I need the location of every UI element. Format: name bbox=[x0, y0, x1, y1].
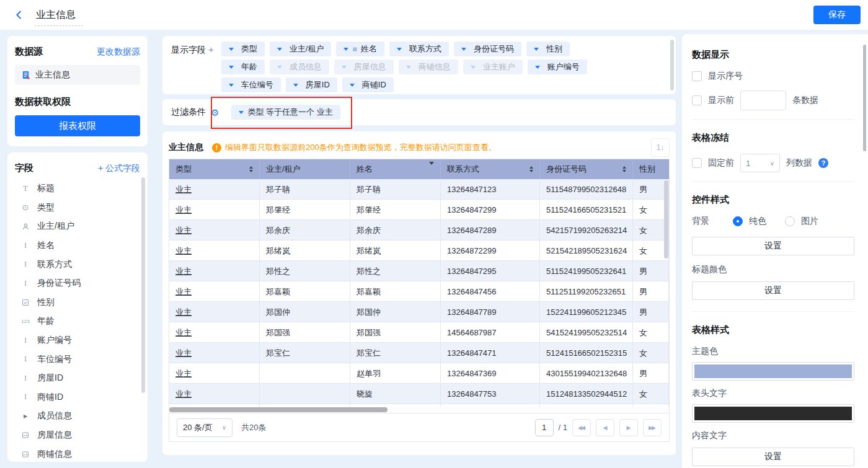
field-item[interactable]: I 身份证号码 bbox=[15, 274, 140, 293]
field-item-label: 类型 bbox=[37, 202, 55, 213]
sort-both-icon[interactable] bbox=[622, 166, 626, 172]
sort-tool-button[interactable]: 1↓ bbox=[651, 138, 670, 157]
cell-type[interactable]: 业主 bbox=[169, 322, 260, 343]
next-page-button[interactable]: ▶ bbox=[619, 419, 638, 436]
display-fields-scrollbar[interactable] bbox=[670, 40, 674, 91]
image-radio[interactable] bbox=[785, 216, 795, 226]
column-header[interactable]: 联系方式 bbox=[441, 159, 540, 179]
column-header[interactable]: 业主/租户 bbox=[260, 159, 350, 179]
fields-scrollbar[interactable] bbox=[141, 177, 145, 393]
theme-color-picker[interactable] bbox=[692, 362, 854, 381]
field-item[interactable]: 性别 bbox=[15, 293, 140, 312]
field-item-label: 成员信息 bbox=[37, 410, 72, 422]
cell-phone: 13264847456 bbox=[441, 281, 540, 302]
table-row: 业主 晓旋 13264847753 151248133502944512 女 bbox=[169, 384, 669, 404]
page-number-input[interactable]: 1 bbox=[535, 419, 554, 436]
cell-name: 郑余庆 bbox=[350, 220, 441, 241]
column-header[interactable]: 姓名 bbox=[350, 159, 441, 179]
column-header[interactable]: 性别 bbox=[633, 159, 669, 179]
datasource-item-label: 业主信息 bbox=[35, 69, 70, 81]
display-field-tag[interactable]: 业主/租户 bbox=[270, 42, 332, 56]
field-item[interactable]: I 车位编号 bbox=[15, 350, 140, 369]
cell-type[interactable]: 业主 bbox=[169, 241, 260, 261]
display-field-tag[interactable]: 房屋ID bbox=[286, 77, 337, 92]
add-field-button[interactable]: + bbox=[208, 44, 214, 55]
first-page-button[interactable]: ◀◀ bbox=[572, 419, 591, 436]
content-text-set-button[interactable]: 设置 bbox=[692, 448, 854, 466]
cell-type[interactable]: 业主 bbox=[169, 261, 260, 281]
table-vertical-scrollbar[interactable] bbox=[664, 180, 668, 258]
show-index-checkbox[interactable] bbox=[692, 71, 702, 81]
last-page-button[interactable]: ▶▶ bbox=[643, 419, 662, 436]
table-header-row: 类型 业主/租户 姓名 联系方式 身份证号码 性别 bbox=[169, 159, 669, 179]
caret-down-icon bbox=[342, 66, 347, 69]
field-item-label: 业主/租户 bbox=[37, 221, 74, 232]
show-first-checkbox[interactable] bbox=[692, 95, 702, 105]
settings-scrollbar[interactable] bbox=[863, 45, 866, 151]
field-item[interactable]: 123 年龄 bbox=[15, 312, 140, 331]
display-field-tag[interactable]: 年龄 bbox=[221, 60, 265, 74]
display-field-tag[interactable]: 成员信息 bbox=[270, 60, 329, 74]
filter-condition-tag[interactable]: 类型 等于任意一个 业主 bbox=[231, 105, 340, 120]
display-field-tag[interactable]: 账户编号 bbox=[528, 60, 587, 74]
help-icon[interactable]: ? bbox=[818, 158, 828, 168]
solid-color-radio[interactable] bbox=[733, 216, 743, 226]
field-item[interactable]: I 房屋ID bbox=[15, 369, 140, 388]
change-datasource-link[interactable]: 更改数据源 bbox=[97, 46, 140, 58]
prev-page-button[interactable]: ◀ bbox=[596, 419, 614, 436]
cell-type[interactable]: 业主 bbox=[169, 363, 260, 384]
header-text-color-picker[interactable] bbox=[692, 404, 854, 423]
display-field-tag[interactable]: 联系方式 bbox=[389, 42, 449, 56]
cell-type[interactable]: 业主 bbox=[169, 200, 260, 220]
page-size-select[interactable]: 20 条/页∨ bbox=[177, 418, 232, 437]
cell-type[interactable]: 业主 bbox=[169, 281, 260, 302]
sort-both-icon[interactable] bbox=[249, 166, 253, 172]
row-limit-input[interactable] bbox=[740, 91, 786, 110]
sort-both-icon[interactable] bbox=[529, 166, 533, 172]
display-field-tag[interactable]: 房屋信息 bbox=[334, 60, 394, 74]
field-item[interactable]: I 商铺ID bbox=[15, 388, 140, 407]
datasource-item[interactable]: 业主信息 bbox=[15, 65, 140, 85]
save-button[interactable]: 保存 bbox=[813, 6, 861, 24]
column-header[interactable]: 类型 bbox=[169, 159, 260, 179]
display-field-tag[interactable]: 类型 bbox=[221, 42, 265, 56]
display-field-tag[interactable]: 性别 bbox=[526, 42, 570, 56]
report-permission-button[interactable]: 报表权限 bbox=[15, 115, 140, 136]
title-color-set-button[interactable]: 设置 bbox=[692, 281, 854, 300]
display-field-tag[interactable]: 商铺ID bbox=[342, 77, 394, 92]
field-item[interactable]: 房屋信息 bbox=[15, 426, 140, 445]
cell-type[interactable]: 业主 bbox=[169, 179, 260, 200]
cell-type[interactable]: 业主 bbox=[169, 220, 260, 241]
back-button[interactable] bbox=[14, 9, 25, 20]
cell-id-number: 541524199505232514 bbox=[540, 322, 633, 343]
field-item[interactable]: ⊙ 类型 bbox=[15, 198, 140, 218]
add-formula-field-link[interactable]: + 公式字段 bbox=[98, 163, 140, 174]
display-field-tag[interactable]: ≡姓名 bbox=[336, 42, 384, 56]
display-field-tag[interactable]: 业主账户 bbox=[463, 60, 523, 74]
column-header[interactable]: 身份证号码 bbox=[540, 159, 633, 179]
fields-title: 字段 bbox=[15, 162, 33, 174]
gear-icon[interactable]: ⚙ bbox=[211, 108, 219, 117]
field-item[interactable]: I 姓名 bbox=[15, 236, 140, 255]
field-item[interactable]: 商铺信息 bbox=[15, 444, 140, 462]
cell-name: 赵单羽 bbox=[350, 363, 441, 384]
sort-desc-icon[interactable] bbox=[429, 165, 434, 174]
field-item[interactable]: I 账户编号 bbox=[15, 331, 140, 350]
table-row: 业主 赵单羽 13264847369 430155199402132648 男 bbox=[169, 363, 669, 384]
text-icon: I bbox=[20, 260, 31, 269]
display-field-tag[interactable]: 车位编号 bbox=[221, 77, 281, 92]
table-horizontal-scrollbar[interactable] bbox=[169, 407, 388, 412]
field-item[interactable]: T 标题 bbox=[15, 179, 140, 198]
field-item[interactable]: I 联系方式 bbox=[15, 255, 140, 274]
display-field-tag[interactable]: 商铺信息 bbox=[399, 60, 458, 74]
cell-type[interactable]: 业主 bbox=[169, 302, 260, 322]
cell-type[interactable]: 业主 bbox=[169, 343, 260, 363]
field-item[interactable]: 业主/租户 bbox=[15, 217, 140, 236]
cell-gender: 女 bbox=[633, 343, 669, 363]
display-field-tag[interactable]: 身份证号码 bbox=[454, 42, 521, 56]
field-item[interactable]: ▶ 成员信息 bbox=[15, 407, 140, 426]
background-set-button[interactable]: 设置 bbox=[692, 237, 854, 255]
freeze-checkbox[interactable] bbox=[692, 158, 702, 168]
freeze-column-select[interactable]: 1∨ bbox=[740, 154, 780, 172]
cell-type[interactable]: 业主 bbox=[169, 384, 260, 404]
